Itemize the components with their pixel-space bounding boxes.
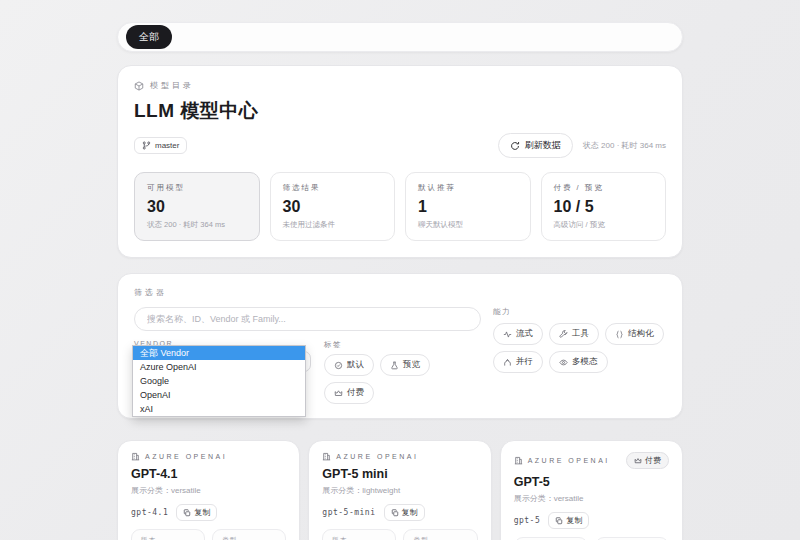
- stat-label: 可用模型: [147, 183, 247, 193]
- refresh-icon: [510, 141, 520, 151]
- split-icon: [503, 358, 512, 367]
- vendor-option-xai[interactable]: xAI: [133, 402, 305, 416]
- tag-label: 默认: [347, 359, 364, 371]
- stat-filter-results: 筛选结果 30 未使用过滤条件: [270, 172, 396, 241]
- stat-sub: 未使用过滤条件: [283, 220, 383, 230]
- branch-label: master: [155, 141, 179, 150]
- filters-title: 筛选器: [134, 287, 666, 298]
- building-icon: [514, 456, 523, 465]
- stat-label: 筛选结果: [283, 183, 383, 193]
- copy-label: 复制: [194, 507, 210, 518]
- copy-icon: [555, 517, 563, 525]
- tag-paid-button[interactable]: 付费: [324, 382, 374, 404]
- model-id: gpt-5: [514, 516, 541, 525]
- capabilities-group: 能力 流式: [493, 307, 666, 404]
- capability-label: 工具: [572, 328, 589, 340]
- field-version: 版本 gpt-4.1-2025-...: [131, 529, 205, 540]
- activity-icon: [503, 330, 512, 339]
- copy-model-id-button[interactable]: 复制: [548, 512, 589, 529]
- model-category: 展示分类：versatile: [514, 493, 669, 504]
- model-card-gpt-5-mini[interactable]: AZURE OPENAI GPT-5 mini 展示分类：lightweight…: [308, 440, 491, 540]
- stat-value: 1: [418, 198, 518, 216]
- vendor-dropdown-menu: 全部 Vendor Azure OpenAI Google OpenAI xAI: [132, 345, 306, 417]
- braces-icon: [615, 330, 624, 339]
- tag-preview-button[interactable]: 预览: [380, 354, 430, 376]
- copy-label: 复制: [566, 515, 582, 526]
- refresh-label: 刷新数据: [525, 139, 561, 152]
- stat-sub: 高级访问 / 预览: [554, 220, 654, 230]
- search-input[interactable]: [134, 307, 481, 331]
- crown-icon: [634, 457, 642, 465]
- stat-value: 30: [147, 198, 247, 216]
- model-vendor-label: AZURE OPENAI: [528, 457, 610, 464]
- capability-tools-button[interactable]: 工具: [549, 323, 599, 345]
- capabilities-label: 能力: [493, 307, 666, 317]
- copy-icon: [183, 509, 191, 517]
- vendor-option-azure-openai[interactable]: Azure OpenAI: [133, 360, 305, 374]
- model-category: 展示分类：lightweight: [322, 485, 477, 496]
- model-cards-grid: AZURE OPENAI GPT-4.1 展示分类：versatile gpt-…: [117, 440, 683, 540]
- copy-model-id-button[interactable]: 复制: [176, 504, 217, 521]
- stat-default-recommend: 默认推荐 1 聊天默认模型: [405, 172, 531, 241]
- building-icon: [322, 452, 331, 461]
- capability-streaming-button[interactable]: 流式: [493, 323, 543, 345]
- catalog-eyebrow-label: 模型目录: [150, 80, 194, 91]
- copy-model-id-button[interactable]: 复制: [384, 504, 425, 521]
- model-card-gpt-4-1[interactable]: AZURE OPENAI GPT-4.1 展示分类：versatile gpt-…: [117, 440, 300, 540]
- capability-label: 多模态: [572, 356, 598, 368]
- status-text: 状态 200 · 耗时 364 ms: [583, 140, 666, 151]
- copy-icon: [391, 509, 399, 517]
- field-label: 类型: [413, 536, 467, 540]
- eye-icon: [559, 358, 568, 367]
- refresh-button[interactable]: 刷新数据: [498, 133, 573, 158]
- paid-badge-label: 付费: [645, 455, 661, 466]
- model-category: 展示分类：versatile: [131, 485, 286, 496]
- model-title: GPT-5: [514, 475, 669, 489]
- copy-label: 复制: [402, 507, 418, 518]
- wrench-icon: [559, 330, 568, 339]
- package-icon: [134, 81, 144, 91]
- flask-icon: [390, 361, 399, 370]
- vendor-option-openai[interactable]: OpenAI: [133, 388, 305, 402]
- field-type: 类型 chat: [403, 529, 477, 540]
- crown-icon: [334, 389, 343, 398]
- stat-sub: 聊天默认模型: [418, 220, 518, 230]
- top-filter-bar: 全部: [117, 22, 683, 52]
- stat-label: 默认推荐: [418, 183, 518, 193]
- field-type: 类型 chat: [212, 529, 286, 540]
- capability-parallel-button[interactable]: 并行: [493, 351, 543, 373]
- model-title: GPT-4.1: [131, 467, 286, 481]
- branch-badge: master: [134, 137, 187, 154]
- vendor-option-google[interactable]: Google: [133, 374, 305, 388]
- model-vendor-label: AZURE OPENAI: [336, 453, 418, 460]
- git-branch-icon: [142, 141, 151, 150]
- model-id: gpt-4.1: [131, 508, 168, 517]
- header-card: 模型目录 LLM 模型中心 master: [117, 65, 683, 258]
- stat-label: 付费 / 预览: [554, 183, 654, 193]
- capability-multimodal-button[interactable]: 多模态: [549, 351, 608, 373]
- stat-sub: 状态 200 · 耗时 364 ms: [147, 220, 247, 230]
- badge-check-icon: [334, 361, 343, 370]
- field-version: 版本 gpt-5-mini: [322, 529, 396, 540]
- stat-available-models: 可用模型 30 状态 200 · 耗时 364 ms: [134, 172, 260, 241]
- model-id: gpt-5-mini: [322, 508, 375, 517]
- model-card-gpt-5[interactable]: AZURE OPENAI 付费 GPT-5 展示分类：versatile gpt…: [500, 440, 683, 540]
- vendor-option-all[interactable]: 全部 Vendor: [133, 346, 305, 360]
- building-icon: [131, 452, 140, 461]
- capability-structured-button[interactable]: 结构化: [605, 323, 664, 345]
- field-label: 版本: [141, 536, 195, 540]
- model-title: GPT-5 mini: [322, 467, 477, 481]
- capability-label: 流式: [516, 328, 533, 340]
- tag-label: 预览: [403, 359, 420, 371]
- stat-paid-preview: 付费 / 预览 10 / 5 高级访问 / 预览: [541, 172, 667, 241]
- tags-label: 标签: [324, 340, 481, 350]
- field-label: 版本: [332, 536, 386, 540]
- capability-label: 结构化: [628, 328, 654, 340]
- stat-value: 30: [283, 198, 383, 216]
- model-vendor-label: AZURE OPENAI: [145, 453, 227, 460]
- catalog-eyebrow: 模型目录: [134, 80, 666, 91]
- tag-default-button[interactable]: 默认: [324, 354, 374, 376]
- page-title: LLM 模型中心: [134, 98, 666, 124]
- tags-filter-group: 标签 默认: [324, 340, 481, 404]
- filter-all-button[interactable]: 全部: [126, 25, 172, 49]
